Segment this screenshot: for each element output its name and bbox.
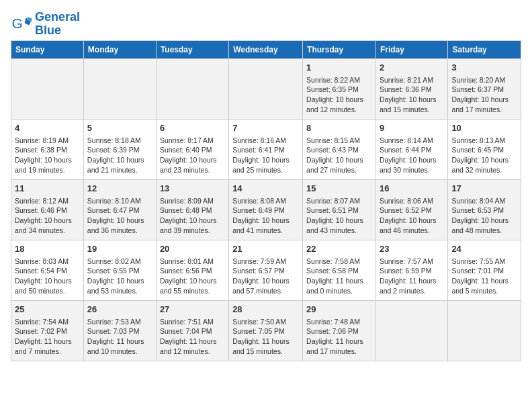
day-info-line: Sunset: 6:59 PM xyxy=(380,267,432,275)
day-info-line: and 27 minutes. xyxy=(306,166,357,174)
calendar-table: SundayMondayTuesdayWednesdayThursdayFrid… xyxy=(11,40,521,361)
day-info-line: Daylight: 11 hours xyxy=(15,337,72,345)
day-info-line: Sunrise: 8:04 AM xyxy=(451,197,505,205)
day-number: 23 xyxy=(380,243,444,255)
day-number: 27 xyxy=(160,304,225,316)
calendar-cell: 25Sunrise: 7:54 AMSunset: 7:02 PMDayligh… xyxy=(11,300,84,361)
day-info-line: Sunset: 6:52 PM xyxy=(380,206,432,214)
calendar-week-row: 1Sunrise: 8:22 AMSunset: 6:35 PMDaylight… xyxy=(11,58,521,119)
day-info-line: Daylight: 11 hours xyxy=(87,337,144,345)
day-number: 10 xyxy=(451,122,517,134)
calendar-cell: 28Sunrise: 7:50 AMSunset: 7:05 PMDayligh… xyxy=(229,300,303,361)
day-info-line: and 12 minutes. xyxy=(306,105,357,113)
day-info-line: Daylight: 10 hours xyxy=(380,216,437,224)
day-info-line: Daylight: 11 hours xyxy=(380,277,437,285)
weekday-header-row: SundayMondayTuesdayWednesdayThursdayFrid… xyxy=(11,40,521,58)
day-info-line: Daylight: 11 hours xyxy=(232,337,290,345)
day-number: 2 xyxy=(380,62,444,74)
weekday-header-thursday: Thursday xyxy=(303,40,376,58)
day-info-line: Sunset: 6:41 PM xyxy=(232,146,285,154)
day-number: 9 xyxy=(380,122,444,134)
day-info-line: Sunset: 6:48 PM xyxy=(160,206,212,214)
calendar-cell: 26Sunrise: 7:53 AMSunset: 7:03 PMDayligh… xyxy=(83,300,156,361)
day-info-line: Sunrise: 7:59 AM xyxy=(232,257,286,265)
day-info-line: Sunset: 7:02 PM xyxy=(15,327,67,335)
day-number: 28 xyxy=(232,304,299,316)
day-info-line: Sunrise: 8:03 AM xyxy=(15,257,69,265)
calendar-cell: 4Sunrise: 8:19 AMSunset: 6:38 PMDaylight… xyxy=(11,119,84,179)
calendar-cell xyxy=(448,300,521,361)
day-info-line: Daylight: 10 hours xyxy=(15,156,72,164)
day-number: 7 xyxy=(232,122,299,134)
day-info-line: Daylight: 11 hours xyxy=(451,277,508,285)
day-info-line: Sunset: 7:05 PM xyxy=(232,327,285,335)
day-info-line: Sunset: 6:39 PM xyxy=(87,146,140,154)
day-info-line: Sunset: 7:03 PM xyxy=(87,327,140,335)
logo-text: GeneralBlue xyxy=(35,11,80,38)
calendar-cell: 16Sunrise: 8:06 AMSunset: 6:52 PMDayligh… xyxy=(375,179,447,240)
day-info-line: Sunset: 6:54 PM xyxy=(15,267,67,275)
day-info-line: Sunrise: 8:07 AM xyxy=(306,197,360,205)
calendar-cell xyxy=(11,58,84,119)
day-info-line: and 17 minutes. xyxy=(306,347,357,355)
day-info-line: and 55 minutes. xyxy=(160,287,210,295)
svg-text:G: G xyxy=(12,15,23,31)
calendar-cell: 10Sunrise: 8:13 AMSunset: 6:45 PMDayligh… xyxy=(448,119,521,179)
day-info-line: and 10 minutes. xyxy=(87,347,138,355)
day-info-line: Daylight: 10 hours xyxy=(306,95,363,103)
day-info-line: Daylight: 10 hours xyxy=(87,156,144,164)
day-info-line: and 50 minutes. xyxy=(15,287,65,295)
day-number: 29 xyxy=(306,304,372,316)
calendar-cell: 9Sunrise: 8:14 AMSunset: 6:44 PMDaylight… xyxy=(375,119,447,179)
day-info-line: Daylight: 10 hours xyxy=(160,216,217,224)
day-info-line: Sunrise: 8:15 AM xyxy=(306,136,360,144)
day-info-line: Sunrise: 8:08 AM xyxy=(232,197,286,205)
day-info-line: Sunrise: 8:01 AM xyxy=(160,257,214,265)
day-info-line: and 23 minutes. xyxy=(160,166,210,174)
calendar-cell xyxy=(229,58,303,119)
day-number: 21 xyxy=(232,243,299,255)
calendar-cell xyxy=(156,58,228,119)
day-info-line: Sunset: 6:46 PM xyxy=(15,206,67,214)
day-info-line: Daylight: 11 hours xyxy=(160,337,217,345)
day-info-line: Daylight: 10 hours xyxy=(87,277,144,285)
day-info-line: and 39 minutes. xyxy=(160,226,210,234)
day-number: 12 xyxy=(87,183,152,195)
day-info-line: Sunset: 6:45 PM xyxy=(451,146,504,154)
day-info-line: and 7 minutes. xyxy=(15,347,61,355)
calendar-cell: 20Sunrise: 8:01 AMSunset: 6:56 PMDayligh… xyxy=(156,240,228,300)
day-info-line: and 36 minutes. xyxy=(87,226,138,234)
day-number: 20 xyxy=(160,243,225,255)
day-number: 19 xyxy=(87,243,152,255)
day-number: 25 xyxy=(15,304,80,316)
day-number: 5 xyxy=(87,122,152,134)
calendar-cell: 6Sunrise: 8:17 AMSunset: 6:40 PMDaylight… xyxy=(156,119,228,179)
day-info-line: Sunset: 6:44 PM xyxy=(380,146,432,154)
calendar-cell: 14Sunrise: 8:08 AMSunset: 6:49 PMDayligh… xyxy=(229,179,303,240)
calendar-cell: 23Sunrise: 7:57 AMSunset: 6:59 PMDayligh… xyxy=(375,240,447,300)
day-info-line: and 21 minutes. xyxy=(87,166,138,174)
day-info-line: and 53 minutes. xyxy=(87,287,138,295)
day-info-line: and 43 minutes. xyxy=(306,226,357,234)
day-info-line: Daylight: 10 hours xyxy=(451,156,508,164)
day-info-line: Sunset: 6:38 PM xyxy=(15,146,67,154)
day-number: 24 xyxy=(451,243,517,255)
day-info-line: Daylight: 11 hours xyxy=(306,277,363,285)
calendar-cell: 21Sunrise: 7:59 AMSunset: 6:57 PMDayligh… xyxy=(229,240,303,300)
day-info-line: Daylight: 11 hours xyxy=(306,337,363,345)
weekday-header-saturday: Saturday xyxy=(448,40,521,58)
day-info-line: Sunset: 6:53 PM xyxy=(451,206,504,214)
day-info-line: Sunset: 6:56 PM xyxy=(160,267,212,275)
page-header: G GeneralBlue xyxy=(11,11,521,38)
day-number: 16 xyxy=(380,183,444,195)
day-number: 8 xyxy=(306,122,372,134)
weekday-header-wednesday: Wednesday xyxy=(229,40,303,58)
day-info-line: Sunset: 6:37 PM xyxy=(451,85,504,93)
day-info-line: Sunrise: 8:14 AM xyxy=(380,136,433,144)
day-info-line: Sunrise: 8:10 AM xyxy=(87,197,141,205)
day-number: 1 xyxy=(306,62,372,74)
day-number: 22 xyxy=(306,243,372,255)
day-info-line: and 30 minutes. xyxy=(380,166,430,174)
day-info-line: Sunrise: 8:06 AM xyxy=(380,197,433,205)
calendar-cell: 12Sunrise: 8:10 AMSunset: 6:47 PMDayligh… xyxy=(83,179,156,240)
